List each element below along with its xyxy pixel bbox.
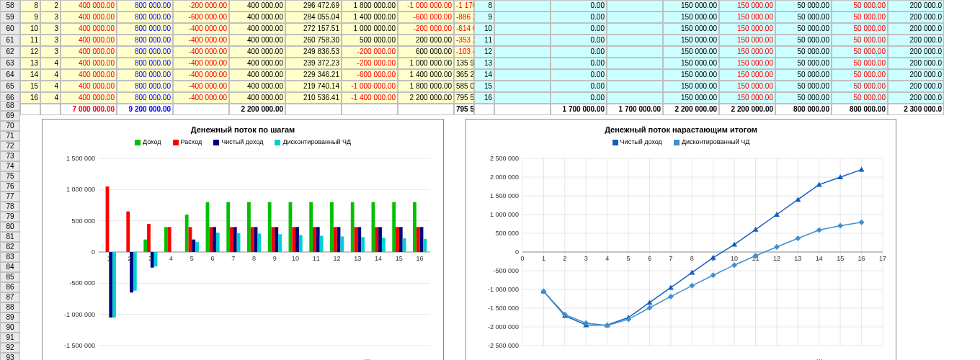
cell-expense[interactable]: 800 000.00 (117, 81, 173, 92)
cell-income[interactable]: 400 000.00 (61, 81, 117, 92)
cell-r-h[interactable]: 50 000.00 (832, 35, 888, 46)
cell-r-h[interactable]: 50 000.00 (832, 12, 888, 23)
row-header[interactable]: 88 (0, 302, 20, 312)
cell-year[interactable]: 4 (40, 81, 61, 92)
row-header[interactable]: 87 (0, 292, 20, 302)
cell-blank[interactable] (494, 0, 551, 12)
total-r-f[interactable]: 2 200 000.00 (719, 104, 775, 115)
cell-r-e[interactable]: 150 000.00 (663, 69, 719, 81)
cell-i[interactable]: -1 000 000.00 (398, 0, 454, 12)
cell-year[interactable]: 4 (40, 69, 61, 81)
cell-blank[interactable] (607, 0, 663, 12)
total-r-e[interactable]: 2 200 000.00 (663, 104, 719, 115)
row-header[interactable]: 81 (0, 232, 20, 242)
cell-year[interactable]: 3 (40, 46, 61, 58)
cell-g[interactable]: 296 472.69 (285, 0, 342, 12)
cell-g[interactable]: 249 836.53 (285, 46, 342, 58)
cell-income[interactable]: 400 000.00 (61, 35, 117, 46)
cell-h[interactable]: -200 000.00 (342, 46, 398, 58)
cell-blank[interactable] (607, 69, 663, 81)
cell-r-f[interactable]: 150 000.00 (719, 58, 775, 69)
cell-income[interactable]: 400 000.00 (61, 23, 117, 35)
row-header[interactable]: 77 (0, 192, 20, 202)
cell-net[interactable]: -200 000.00 (173, 0, 229, 12)
cell-r-h[interactable]: 50 000.00 (832, 92, 888, 104)
cell-j[interactable]: -886 204.77 (454, 12, 474, 23)
cell-r-i[interactable]: 200 000.0 (888, 92, 944, 104)
row-header[interactable]: 73 (0, 151, 20, 161)
cell-step-r[interactable]: 11 (474, 35, 494, 46)
cell-g[interactable]: 272 157.51 (285, 23, 342, 35)
row-header[interactable]: 91 (0, 333, 20, 343)
total-r-d[interactable]: 1 700 000.00 (607, 104, 663, 115)
cell-blank[interactable] (494, 12, 551, 23)
cell-net[interactable]: -400 000.00 (173, 46, 229, 58)
cell-j[interactable]: 585 006.14 (454, 81, 474, 92)
cell-blank[interactable] (607, 12, 663, 23)
cell-r-i[interactable]: 200 000.0 (888, 0, 944, 12)
cell-r-c[interactable]: 0.00 (551, 81, 607, 92)
cell-expense[interactable]: 800 000.00 (117, 46, 173, 58)
cell-r-i[interactable]: 200 000.0 (888, 81, 944, 92)
cell-f[interactable]: 400 000.00 (229, 35, 285, 46)
[interactable] (494, 104, 551, 115)
row-header[interactable]: 85 (0, 272, 20, 282)
cell-expense[interactable]: 800 000.00 (117, 58, 173, 69)
[interactable] (173, 104, 229, 115)
cell-g[interactable]: 210 536.41 (285, 92, 342, 104)
cell-j[interactable]: 365 266.01 (454, 69, 474, 81)
row-header[interactable]: 83 (0, 252, 20, 262)
cell-net[interactable]: -400 000.00 (173, 23, 229, 35)
cell-income[interactable]: 400 000.00 (61, 0, 117, 12)
cell-blank[interactable] (494, 35, 551, 46)
total-r-h[interactable]: 800 000.00 (832, 104, 888, 115)
cell-blank[interactable] (494, 58, 551, 69)
cell-r-e[interactable]: 150 000.00 (663, 35, 719, 46)
cell-r-f[interactable]: 150 000.00 (719, 46, 775, 58)
cell-blank[interactable] (494, 92, 551, 104)
cell-r-c[interactable]: 0.00 (551, 35, 607, 46)
total-j[interactable]: 795 542.55 (454, 104, 474, 115)
cell-j[interactable]: -103 452.44 (454, 46, 474, 58)
[interactable] (342, 104, 398, 115)
row-header[interactable]: 72 (0, 141, 20, 151)
cell-step[interactable]: 14 (20, 69, 40, 81)
cell-net[interactable]: -400 000.00 (173, 81, 229, 92)
cell-f[interactable]: 400 000.00 (229, 69, 285, 81)
cell-f[interactable]: 400 000.00 (229, 46, 285, 58)
cell-g[interactable]: 229 346.21 (285, 69, 342, 81)
cell-r-e[interactable]: 150 000.00 (663, 81, 719, 92)
cell-r-g[interactable]: 50 000.00 (775, 0, 832, 12)
cell-i[interactable]: 600 000.00 (398, 46, 454, 58)
row-header[interactable]: 69 (0, 111, 20, 121)
cell-f[interactable]: 400 000.00 (229, 81, 285, 92)
row-header[interactable]: 71 (0, 131, 20, 141)
cell-f[interactable]: 400 000.00 (229, 58, 285, 69)
cell-income[interactable]: 400 000.00 (61, 46, 117, 58)
cell-j[interactable]: -353 288.97 (454, 35, 474, 46)
cell-r-f[interactable]: 150 000.00 (719, 69, 775, 81)
row-header[interactable]: 63 (0, 58, 20, 69)
cell-step[interactable]: 15 (20, 81, 40, 92)
cell-r-i[interactable]: 200 000.0 (888, 23, 944, 35)
[interactable] (20, 104, 40, 115)
total-f[interactable]: 2 200 000.00 (229, 104, 285, 115)
row-header[interactable]: 92 (0, 343, 20, 353)
cell-r-e[interactable]: 150 000.00 (663, 12, 719, 23)
cell-year[interactable]: 4 (40, 58, 61, 69)
row-header[interactable]: 78 (0, 202, 20, 212)
cell-net[interactable]: -400 000.00 (173, 92, 229, 104)
[interactable] (474, 104, 494, 115)
row-header[interactable]: 84 (0, 262, 20, 272)
cell-income[interactable]: 400 000.00 (61, 12, 117, 23)
row-header[interactable]: 58 (0, 0, 20, 12)
cell-r-g[interactable]: 50 000.00 (775, 35, 832, 46)
cell-i[interactable]: 1 800 000.00 (398, 81, 454, 92)
cell-r-c[interactable]: 0.00 (551, 92, 607, 104)
row-header[interactable]: 79 (0, 212, 20, 222)
cell-year[interactable]: 3 (40, 23, 61, 35)
cell-blank[interactable] (494, 69, 551, 81)
cell-step[interactable]: 16 (20, 92, 40, 104)
cell-step-r[interactable]: 14 (474, 69, 494, 81)
cell-r-g[interactable]: 50 000.00 (775, 92, 832, 104)
